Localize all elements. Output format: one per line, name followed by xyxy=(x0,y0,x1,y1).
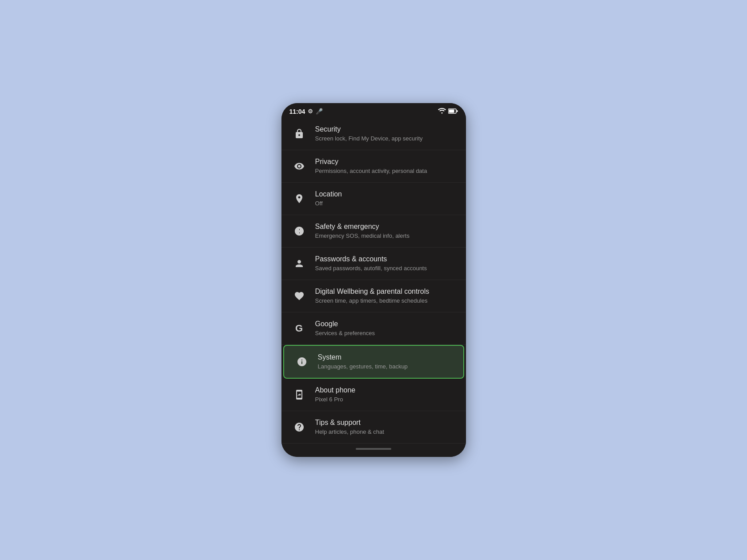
safety-subtitle: Emergency SOS, medical info, alerts xyxy=(315,232,457,240)
settings-item-system[interactable]: System Languages, gestures, time, backup xyxy=(283,345,464,379)
security-title: Security xyxy=(315,125,457,134)
system-icon xyxy=(293,353,311,371)
location-title: Location xyxy=(315,190,457,199)
status-right xyxy=(438,108,458,115)
tips-subtitle: Help articles, phone & chat xyxy=(315,428,457,436)
settings-item-safety[interactable]: ✱ Safety & emergency Emergency SOS, medi… xyxy=(281,215,466,248)
battery-icon xyxy=(448,108,458,115)
microphone-icon: 🎤 xyxy=(316,108,323,115)
tips-title: Tips & support xyxy=(315,418,457,428)
location-icon xyxy=(290,190,308,208)
settings-item-security[interactable]: Security Screen lock, Find My Device, ap… xyxy=(281,118,466,150)
gear-icon: ⚙ xyxy=(308,108,313,115)
passwords-text: Passwords & accounts Saved passwords, au… xyxy=(315,255,457,272)
settings-item-privacy[interactable]: Privacy Permissions, account activity, p… xyxy=(281,150,466,183)
wellbeing-text: Digital Wellbeing & parental controls Sc… xyxy=(315,287,457,305)
system-title: System xyxy=(318,353,454,362)
tips-text: Tips & support Help articles, phone & ch… xyxy=(315,418,457,436)
privacy-text: Privacy Permissions, account activity, p… xyxy=(315,157,457,175)
time-display: 11:04 xyxy=(289,108,305,115)
eye-icon xyxy=(290,157,308,175)
google-subtitle: Services & preferences xyxy=(315,330,457,337)
google-text: Google Services & preferences xyxy=(315,320,457,337)
google-icon: G xyxy=(290,320,308,337)
tips-icon xyxy=(290,418,308,436)
safety-title: Safety & emergency xyxy=(315,222,457,232)
about-subtitle: Pixel 6 Pro xyxy=(315,396,457,404)
phone-frame: 11:04 ⚙ 🎤 xyxy=(281,103,466,457)
settings-item-location[interactable]: Location Off xyxy=(281,183,466,215)
about-text: About phone Pixel 6 Pro xyxy=(315,386,457,404)
bottom-bar xyxy=(281,444,466,457)
wifi-icon xyxy=(438,108,446,115)
google-title: Google xyxy=(315,320,457,329)
passwords-icon xyxy=(290,255,308,272)
settings-item-google[interactable]: G Google Services & preferences xyxy=(281,312,466,345)
settings-item-wellbeing[interactable]: Digital Wellbeing & parental controls Sc… xyxy=(281,280,466,312)
settings-item-passwords[interactable]: Passwords & accounts Saved passwords, au… xyxy=(281,248,466,280)
svg-rect-1 xyxy=(449,109,454,112)
privacy-subtitle: Permissions, account activity, personal … xyxy=(315,168,457,175)
passwords-title: Passwords & accounts xyxy=(315,255,457,264)
about-title: About phone xyxy=(315,386,457,395)
svg-rect-2 xyxy=(457,110,458,112)
status-bar: 11:04 ⚙ 🎤 xyxy=(281,103,466,118)
system-text: System Languages, gestures, time, backup xyxy=(318,353,454,371)
wellbeing-title: Digital Wellbeing & parental controls xyxy=(315,287,457,296)
location-text: Location Off xyxy=(315,190,457,208)
passwords-subtitle: Saved passwords, autofill, synced accoun… xyxy=(315,265,457,272)
lock-icon xyxy=(290,125,308,143)
privacy-title: Privacy xyxy=(315,157,457,167)
safety-icon: ✱ xyxy=(290,222,308,240)
wellbeing-icon xyxy=(290,287,308,305)
settings-list: Security Screen lock, Find My Device, ap… xyxy=(281,118,466,444)
about-phone-icon xyxy=(290,386,308,404)
google-g-letter: G xyxy=(295,323,303,334)
settings-item-about[interactable]: About phone Pixel 6 Pro xyxy=(281,379,466,411)
status-left: 11:04 ⚙ 🎤 xyxy=(289,108,323,115)
security-subtitle: Screen lock, Find My Device, app securit… xyxy=(315,135,457,143)
location-subtitle: Off xyxy=(315,200,457,208)
security-text: Security Screen lock, Find My Device, ap… xyxy=(315,125,457,143)
system-subtitle: Languages, gestures, time, backup xyxy=(318,363,454,371)
home-indicator[interactable] xyxy=(356,448,391,450)
wellbeing-subtitle: Screen time, app timers, bedtime schedul… xyxy=(315,297,457,305)
settings-item-tips[interactable]: Tips & support Help articles, phone & ch… xyxy=(281,411,466,444)
svg-text:✱: ✱ xyxy=(296,228,301,235)
safety-text: Safety & emergency Emergency SOS, medica… xyxy=(315,222,457,240)
